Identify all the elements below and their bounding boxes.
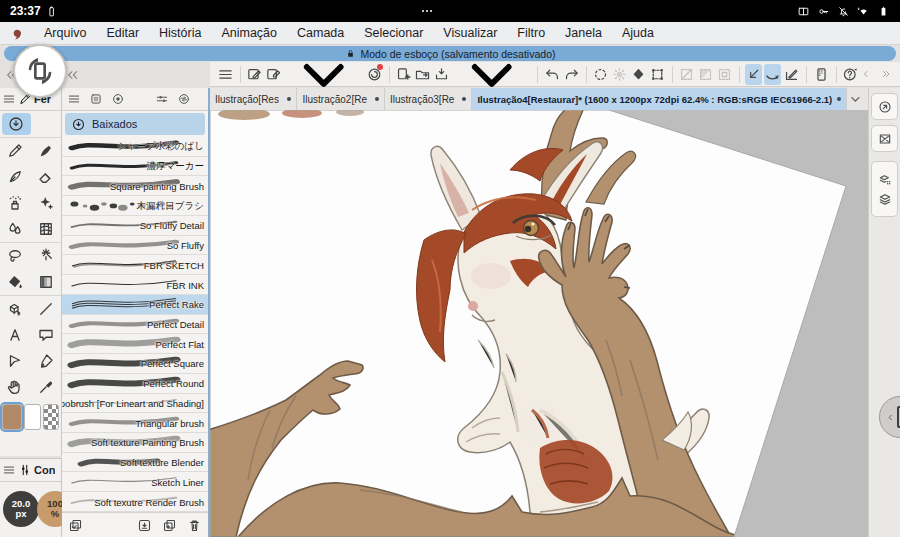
brush-item[interactable]: Perfect Round [62,374,208,394]
brush-size-dial[interactable]: 20.0 px [3,491,39,527]
brush-item[interactable]: Perfect Rake [62,295,208,315]
canvas-artwork[interactable] [210,110,868,537]
export-image-button[interactable] [265,64,282,85]
pen-tool[interactable] [0,138,31,164]
bucket-tool[interactable] [0,269,31,295]
help-button[interactable] [842,64,859,85]
brush-item[interactable]: シャープ水彩のばし [62,137,208,157]
medibang-logo[interactable] [8,25,25,42]
menu-item-janela[interactable]: Janela [556,24,611,42]
mesh-tool[interactable] [31,216,62,242]
foreground-swatch[interactable] [2,404,22,430]
spinner-button[interactable] [592,64,609,85]
brush-item[interactable]: FBR INK [62,275,208,295]
decoration-tool[interactable] [31,190,62,216]
hamburger-icon[interactable] [67,92,81,106]
trash-button[interactable] [187,518,202,533]
snap-corner-button[interactable] [745,64,762,85]
brush-item[interactable]: Soft texture Blender [62,453,208,473]
brush-item[interactable]: 濃厚マーカー [62,157,208,177]
background-swatch[interactable] [24,404,41,430]
duplicate-button[interactable] [162,518,177,533]
line-tool[interactable] [31,296,62,322]
magic-wand-tool[interactable] [31,243,62,269]
operation-tool[interactable] [0,296,31,322]
transparent-swatch[interactable] [43,404,59,430]
downloaded-brushes-row[interactable]: Baixados [65,113,205,135]
no-image-button[interactable] [871,125,898,152]
brushpen-tool[interactable] [31,138,62,164]
select-none-button[interactable] [678,64,695,85]
transfer-icon[interactable] [177,92,191,106]
document-tab-3[interactable]: Ilustração3[Re [385,88,472,110]
brush-item[interactable]: Perfect Flat [62,334,208,354]
polygon-select-tool[interactable] [0,348,31,374]
menu-item-história[interactable]: História [150,24,210,42]
snap-angle-button[interactable] [783,64,800,85]
brush-item[interactable]: Soft texture Painting Brush [62,433,208,453]
lasso-tool[interactable] [0,243,31,269]
text-tool[interactable] [0,322,31,348]
document-tab-1[interactable]: Ilustração[Res [210,88,297,110]
multiselect-button[interactable] [68,518,83,533]
fill-button[interactable] [630,64,647,85]
select-inverse-button[interactable] [697,64,714,85]
menu-item-animação[interactable]: Animação [212,24,286,42]
hand-tool[interactable] [0,374,31,400]
brush-item[interactable]: Square painting Brush [62,176,208,196]
brush-item[interactable]: Perfect Square [62,354,208,374]
brightness-button[interactable] [611,64,628,85]
menu-item-selecionar[interactable]: Selecionar [355,24,432,42]
chevron-left-icon[interactable] [860,68,872,80]
eyedropper-tool[interactable] [31,374,62,400]
gradient-tool[interactable] [31,269,62,295]
brush-item[interactable]: Perfect Detail [62,315,208,335]
config-tab-icon[interactable] [18,463,32,477]
open-folder-button[interactable] [414,64,431,85]
brush-item[interactable]: Sketch Liner [62,472,208,492]
brush-item[interactable]: FBR SKETCH [62,255,208,275]
brush-item[interactable]: Soft texutre Render Brush [62,492,208,512]
control-point-tool[interactable] [31,348,62,374]
chevrons-right-icon[interactable] [880,68,892,80]
hamburger-button[interactable] [217,64,234,85]
download-button[interactable] [137,518,152,533]
gallery-button[interactable] [366,64,383,85]
chevron-down-icon[interactable] [847,90,864,108]
new-canvas-button[interactable] [246,64,263,85]
eraser-tool[interactable] [31,164,62,190]
layer-thumb-icon[interactable] [89,92,103,106]
brush-tab-icon[interactable] [133,92,147,106]
save-export-button[interactable] [433,64,450,85]
record-icon[interactable] [111,92,125,106]
downloaded-brushes-tool[interactable] [2,113,31,135]
select-rect-button[interactable] [716,64,733,85]
brush-item[interactable]: So Fluffy Detail [62,216,208,236]
menu-item-ajuda[interactable]: Ajuda [613,24,663,42]
document-tab-2[interactable]: Ilustração2[Re [297,88,384,110]
snap-curve-button[interactable] [764,64,781,85]
airbrush-tool[interactable] [0,190,31,216]
inkpen-tool[interactable] [0,164,31,190]
transform-button[interactable] [649,64,666,85]
rotate-canvas-button[interactable] [13,44,67,98]
menu-item-editar[interactable]: Editar [97,24,148,42]
brush-item[interactable]: Triangular brush [62,413,208,433]
add-file-button[interactable] [395,64,412,85]
config-panel-menu-icon[interactable] [2,463,16,477]
brush-item[interactable]: So Fluffy [62,236,208,256]
document-tab-4[interactable]: Ilustração4[Restaurar]* (1600 x 1200px 7… [472,88,847,110]
balloon-tool[interactable] [31,322,62,348]
blend-tool[interactable] [0,216,31,242]
canvas-viewport[interactable] [210,110,868,537]
tool-panel-menu-icon[interactable] [2,92,16,106]
layer-buttons-group[interactable] [871,161,898,217]
brush-item[interactable]: 木漏れ日ブラシ [62,196,208,216]
settings-icon[interactable] [155,92,169,106]
nav-zoom-button[interactable] [871,93,898,120]
menu-item-arquivo[interactable]: Arquivo [35,24,95,42]
brush-item[interactable]: yoobrush [For Lineart and Shading] [62,394,208,414]
undo-button[interactable] [544,64,561,85]
redo-button[interactable] [563,64,580,85]
material-panel-button[interactable] [813,64,830,85]
